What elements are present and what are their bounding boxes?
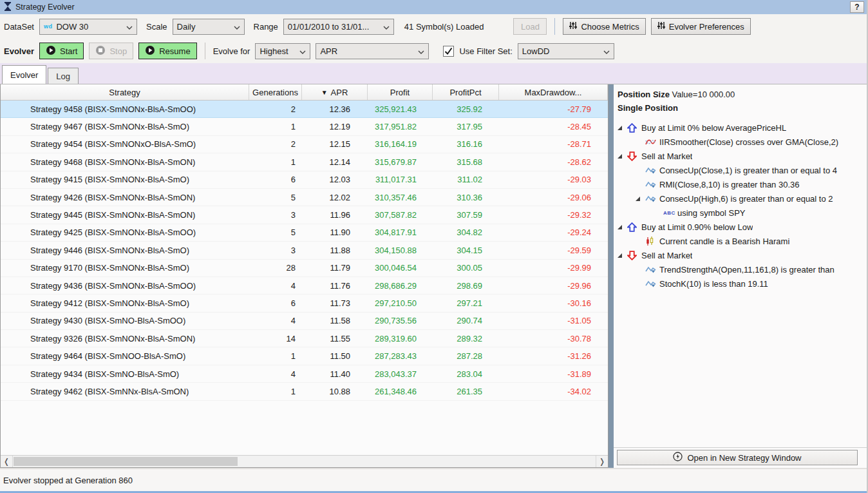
scroll-left-icon[interactable]: ❬ [1,456,13,467]
help-button[interactable]: ? [850,1,864,13]
profit-cell: 287,283.43 [368,351,433,361]
rule-tree-item[interactable]: ConsecUp(Close,1) is greater than or equ… [614,163,867,177]
table-row[interactable]: Strategy 9425 (BISX-SmNONx-BlsA-SmOO)511… [1,224,608,242]
profit-cell: 297,210.50 [368,298,433,308]
apr-cell: 11.40 [302,369,368,379]
rule-tree-item[interactable]: Current candle is a Bearish Harami [614,234,867,248]
chevron-down-icon [418,46,424,56]
table-row[interactable]: Strategy 9426 (BISX-SmNONx-BlsA-SmON)512… [1,189,608,206]
resume-button[interactable]: Resume [138,43,196,59]
use-filter-checkbox[interactable] [443,46,454,57]
position-size-header: Position Size Value=10 000.00 Single Pos… [614,84,867,118]
dataset-provider-icon: wd [44,23,53,30]
apr-cell: 12.14 [302,157,368,167]
strategy-cell: Strategy 9464 (BISX-SmNOO-BlsA-SmO) [1,351,249,361]
table-row[interactable]: Strategy 9462 (BISX-SmNNx-BlsA-SmON)110.… [1,383,608,400]
strategy-evolver-window: Strategy Evolver ? DataSet wd DOW 30 Sca… [0,0,868,493]
rule-tree-item[interactable]: Buy at Limit 0.90% below Low [614,220,867,234]
apr-cell: 11.76 [302,281,368,291]
scroll-right-icon[interactable]: ❭ [596,456,608,467]
column-header-generations[interactable]: Generations [249,84,302,100]
max_drawdown-cell: -34.02 [499,387,608,396]
evolver-preferences-label: Evolver Preferences [669,22,744,32]
tree-expander-icon[interactable] [617,125,627,131]
max_drawdown-cell: -28.62 [499,157,608,167]
dataset-dropdown[interactable]: wd DOW 30 [39,19,137,35]
table-row[interactable]: Strategy 9445 (BISX-SmNONx-BlsA-SmON)311… [1,206,608,224]
open-strategy-window-button[interactable]: Open in New Strategy Window [617,450,858,465]
max_drawdown-cell: -29.32 [499,210,608,220]
column-header-strategy[interactable]: Strategy [1,84,249,100]
tab-evolver[interactable]: Evolver [2,65,46,84]
table-row[interactable]: Strategy 9170 (BISX-SmNONx-BlsA-SmO)2811… [1,260,608,277]
profit-cell: 283,043.37 [368,369,433,379]
table-row[interactable]: Strategy 9454 (BISX-SmNONxO-BlsA-SmO)212… [1,136,608,153]
strategy-cell: Strategy 9170 (BISX-SmNONx-BlsA-SmO) [1,263,249,273]
rule-text: RMI(Close,8,10) is greater than 30.36 [659,180,800,189]
results-panel: StrategyGenerations▼APRProfitProfitPctMa… [0,84,609,468]
rule-tree-item[interactable]: ConsecUp(High,6) is greater than or equa… [614,191,867,206]
rule-tree-item[interactable]: Sell at Market [614,149,867,163]
rule-tree-item[interactable]: StochK(10) is less than 19.11 [614,276,867,291]
generations-cell: 6 [249,175,302,184]
rule-tree-item[interactable]: TrendStrengthA(Open,11,161,8) is greater… [614,262,867,276]
table-row[interactable]: Strategy 9415 (BISX-SmNONx-BlsA-SmO)612.… [1,171,608,189]
rule-tree-item[interactable]: Sell at Market [614,248,867,262]
table-row[interactable]: Strategy 9434 (BISX-SmNO-BlsA-SmO)411.40… [1,365,608,383]
choose-metrics-button[interactable]: Choose Metrics [563,18,645,35]
table-row[interactable]: Strategy 9464 (BISX-SmNOO-BlsA-SmO)111.5… [1,347,608,365]
strategy-cell: Strategy 9434 (BISX-SmNO-BlsA-SmO) [1,369,249,379]
rule-tree-item[interactable]: RMI(Close,8,10) is greater than 30.36 [614,177,867,191]
table-row[interactable]: Strategy 9467 (BISX-SmNONx-BlsA-SmO)112.… [1,118,608,135]
tree-expander-icon[interactable] [617,224,627,230]
max_drawdown-cell: -28.45 [499,122,608,131]
table-row[interactable]: Strategy 9458 (BISX-SmNONx-BlsA-SmOO)212… [1,101,608,118]
column-header-profitpct[interactable]: ProfitPct [433,84,499,100]
table-row[interactable]: Strategy 9412 (BISX-SmNONx-BlsA-SmO)611.… [1,295,608,312]
table-row[interactable]: Strategy 9446 (BISX-SmNONx-BlsA-SmO)311.… [1,242,608,259]
use-filter-label: Use Filter Set: [459,46,512,56]
profit-cell: 317,951.82 [368,122,433,131]
column-header-apr[interactable]: ▼APR [302,84,368,100]
strategy-cell: Strategy 9426 (BISX-SmNONx-BlsA-SmON) [1,193,249,202]
rule-tree-item[interactable]: IIRSmoother(Close) crosses over GMA(Clos… [614,135,867,149]
table-row[interactable]: Strategy 9468 (BISX-SmNONx-BlsA-SmON)112… [1,153,608,171]
tree-expander-icon[interactable] [617,253,627,258]
panel-splitter[interactable] [609,84,614,468]
start-button[interactable]: Start [39,43,84,59]
rule-text: IIRSmoother(Close) crosses over GMA(Clos… [659,137,838,147]
profit_pct-cell: 316.16 [433,139,499,149]
strategy-grid: StrategyGenerations▼APRProfitProfitPctMa… [1,84,608,455]
load-button[interactable]: Load [513,18,547,35]
column-header-maxdrawdow[interactable]: MaxDrawdow... [499,84,608,100]
range-label: Range [254,22,278,32]
evolver-preferences-button[interactable]: Evolver Preferences [651,18,751,35]
profit-cell: 300,046.54 [368,263,433,273]
stop-button[interactable]: Stop [89,43,133,59]
column-header-profit[interactable]: Profit [368,84,433,100]
horizontal-scrollbar[interactable]: ❬ ❭ [1,455,608,467]
buy-arrow-icon [627,123,641,133]
tree-expander-icon[interactable] [635,196,645,202]
profit-cell: 325,921.43 [368,104,433,114]
rule-tree-item[interactable]: ABCusing symbol SPY [614,206,867,220]
generations-cell: 5 [249,193,302,202]
buy-arrow-icon [627,222,641,232]
table-row[interactable]: Strategy 9430 (BISX-SmNO-BlsA-SmOO)411.5… [1,313,608,330]
scrollbar-thumb[interactable] [14,457,238,466]
metric-dropdown[interactable]: APR [316,43,429,59]
table-row[interactable]: Strategy 9326 (BISX-SmNONx-BlsA-SmON)141… [1,330,608,347]
abc-icon: ABC [663,210,677,216]
sliders-icon [657,21,665,32]
rule-tree-item[interactable]: Buy at Limit 0% below AveragePriceHL [614,121,867,135]
evolve-for-dropdown[interactable]: Highest [255,43,310,59]
indicator-icon [645,280,659,287]
profit-cell: 307,587.82 [368,210,433,220]
tab-log[interactable]: Log [48,68,79,84]
scale-dropdown[interactable]: Daily [173,19,245,35]
generations-cell: 1 [249,351,302,361]
range-dropdown[interactable]: 01/01/2010 to 31/01... [283,19,394,35]
tree-expander-icon[interactable] [617,153,627,159]
filter-set-dropdown[interactable]: LowDD [518,43,614,59]
table-row[interactable]: Strategy 9436 (BISX-SmNONx-BlsA-SmOO)411… [1,277,608,295]
